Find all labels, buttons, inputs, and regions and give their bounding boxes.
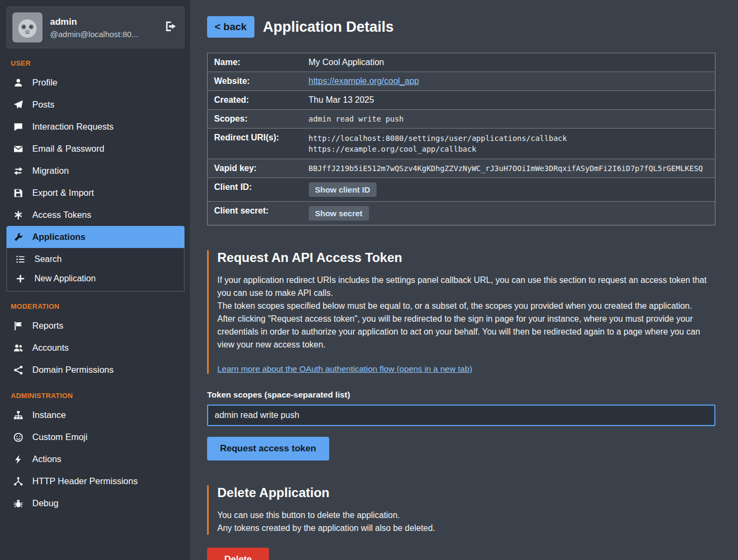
sidebar-item-domain-permissions[interactable]: Domain Permissions [6, 359, 184, 381]
token-scopes-input[interactable] [207, 405, 715, 426]
sidebar-item-accounts[interactable]: Accounts [6, 337, 184, 359]
row-label: Created: [208, 91, 302, 110]
user-card[interactable]: admin @admin@localhost:80... [6, 6, 184, 48]
page-title: Application Details [263, 19, 394, 36]
table-row-website: Website: https://example.org/cool_app [208, 72, 715, 91]
table-row-created: Created: Thu Mar 13 2025 [208, 91, 715, 110]
section-paragraph: Any tokens created by the application wi… [217, 522, 715, 535]
sidebar-item-debug[interactable]: Debug [6, 492, 184, 514]
share-nodes-icon [13, 365, 24, 375]
oauth-docs-link[interactable]: Learn more about the OAuth authenticatio… [217, 364, 472, 374]
table-row-scopes: Scopes: admin read write push [208, 110, 715, 129]
sidebar-item-label: Applications [32, 232, 86, 242]
section-label-administration: ADMINISTRATION [11, 392, 180, 400]
bolt-icon [13, 455, 24, 464]
sidebar-item-migration[interactable]: Migration [6, 160, 184, 182]
row-value: Show client ID [302, 178, 715, 202]
sidebar-item-label: Export & Import [32, 188, 94, 198]
sidebar-item-label: Debug [32, 498, 59, 508]
user-name: admin [50, 17, 138, 27]
show-secret-button[interactable]: Show secret [309, 206, 369, 221]
sidebar-item-custom-emoji[interactable]: Custom Emoji [6, 426, 184, 448]
main-content: < back Application Details Name: My Cool… [190, 0, 738, 560]
table-row-name: Name: My Cool Application [208, 53, 715, 72]
section-label-moderation: MODERATION [11, 302, 180, 310]
row-value: My Cool Application [302, 53, 715, 72]
row-value: BBJffJ219b5iE512m7wQSzv4KgKDhgZZVzNyWC_r… [302, 159, 715, 178]
sidebar-item-applications-search[interactable]: Search [7, 250, 184, 269]
back-button[interactable]: < back [207, 16, 254, 38]
sidebar-item-access-tokens[interactable]: Access Tokens [6, 204, 184, 226]
sidebar-item-label: Instance [32, 410, 66, 420]
row-value: http://localhost:8080/settings/user/appl… [302, 129, 715, 159]
redirect-uri: http://localhost:8080/settings/user/appl… [309, 133, 709, 144]
sidebar-item-label: Custom Emoji [32, 432, 88, 442]
row-label: Name: [208, 53, 302, 72]
bug-icon [13, 499, 24, 508]
smiley-icon [13, 433, 24, 442]
sidebar-item-label: Migration [32, 166, 69, 176]
sidebar-item-profile[interactable]: Profile [6, 72, 184, 94]
sidebar-item-label: Interaction Requests [32, 122, 113, 132]
transfer-arrows-icon [13, 166, 24, 176]
wrench-icon [13, 232, 24, 242]
sidebar-item-label: Search [34, 254, 62, 264]
user-icon [13, 78, 24, 88]
row-label: Vapid key: [208, 159, 302, 178]
row-label: Redirect URI(s): [208, 129, 302, 159]
applications-group: Applications Search New Application [6, 226, 184, 292]
floppy-disk-icon [13, 188, 24, 198]
sidebar-item-export-import[interactable]: Export & Import [6, 182, 184, 204]
request-token-section: Request An API Access Token If your appl… [207, 250, 715, 374]
sidebar-item-http-header-permissions[interactable]: HTTP Header Permissions [6, 470, 184, 492]
comment-icon [13, 122, 24, 132]
page-header: < back Application Details [207, 16, 715, 38]
table-row-client-id: Client ID: Show client ID [208, 178, 715, 202]
request-access-token-button[interactable]: Request access token [207, 437, 329, 460]
asterisk-icon [13, 210, 24, 220]
sidebar-item-label: Actions [32, 454, 61, 464]
section-paragraph: The token scopes specified below must be… [217, 300, 715, 313]
sidebar-item-new-application[interactable]: New Application [7, 269, 184, 288]
sidebar-item-posts[interactable]: Posts [6, 94, 184, 116]
envelope-icon [13, 144, 24, 154]
administration-nav: Instance Custom Emoji Actions HTTP Heade… [6, 404, 184, 514]
sign-out-icon[interactable] [165, 20, 176, 34]
section-paragraph: If your application redirect URIs includ… [217, 274, 715, 300]
user-handle: @admin@localhost:80... [50, 30, 138, 39]
sidebar-item-reports[interactable]: Reports [6, 315, 184, 337]
section-paragraph: After clicking "Request access token", y… [217, 313, 715, 351]
sitemap-icon [13, 410, 24, 420]
sidebar-item-actions[interactable]: Actions [6, 448, 184, 470]
row-value: https://example.org/cool_app [302, 72, 715, 91]
sidebar-item-interaction-requests[interactable]: Interaction Requests [6, 116, 184, 138]
sidebar-item-label: Access Tokens [32, 210, 91, 220]
network-nodes-icon [13, 477, 24, 486]
section-label-user: USER [11, 59, 180, 67]
table-row-redirect-uris: Redirect URI(s): http://localhost:8080/s… [208, 129, 715, 159]
delete-section: Delete Application You can use this butt… [207, 485, 715, 535]
sidebar-item-label: Domain Permissions [32, 365, 113, 375]
show-client-id-button[interactable]: Show client ID [309, 182, 377, 197]
sidebar-item-label: Email & Password [32, 144, 104, 154]
list-icon [15, 254, 26, 264]
users-icon [13, 343, 24, 353]
plus-icon [15, 274, 26, 283]
row-value: admin read write push [302, 110, 715, 129]
sidebar-item-email-password[interactable]: Email & Password [6, 138, 184, 160]
sidebar-item-instance[interactable]: Instance [6, 404, 184, 426]
section-title: Request An API Access Token [217, 250, 715, 265]
sidebar-item-label: HTTP Header Permissions [32, 476, 138, 486]
sidebar-item-applications[interactable]: Applications [6, 226, 184, 248]
website-link[interactable]: https://example.org/cool_app [309, 76, 419, 86]
row-label: Client secret: [208, 202, 302, 225]
row-value: Show secret [302, 202, 715, 225]
token-scopes-label: Token scopes (space-separated list) [207, 390, 715, 400]
row-label: Website: [208, 72, 302, 91]
flag-icon [13, 321, 24, 331]
sidebar-item-label: Accounts [32, 343, 69, 353]
application-details-table: Name: My Cool Application Website: https… [207, 53, 715, 225]
applications-subnav: Search New Application [6, 248, 184, 292]
delete-button[interactable]: Delete [207, 548, 269, 560]
redirect-uri: https://example.org/cool_app/callback [309, 144, 709, 154]
